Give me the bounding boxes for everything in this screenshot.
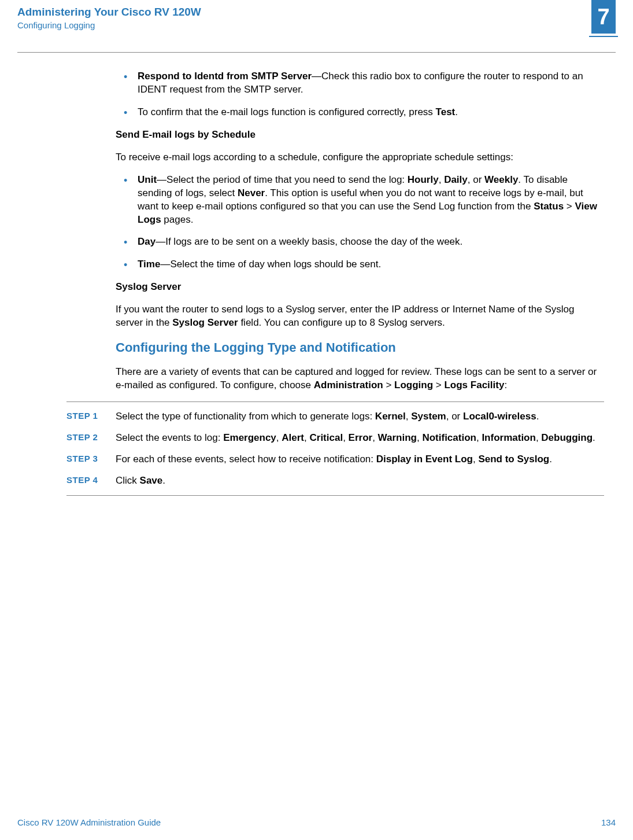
bold: Display in Event Log xyxy=(376,454,473,465)
bullet-bold: Weekly xyxy=(484,174,518,185)
header-subtitle: Configuring Logging xyxy=(17,20,616,30)
bold: Critical xyxy=(309,432,343,443)
step-row: STEP 4 Click Save. xyxy=(116,474,604,488)
bold: Alert xyxy=(282,432,304,443)
list-item: Day—If logs are to be sent on a weekly b… xyxy=(116,235,604,249)
list-item: Unit—Select the period of time that you … xyxy=(116,174,604,227)
bold: Local0-wireless xyxy=(463,411,536,422)
footer-left: Cisco RV 120W Administration Guide xyxy=(17,817,161,827)
syslog-paragraph: If you want the router to send logs to a… xyxy=(116,303,604,330)
schedule-heading: Send E-mail logs by Schedule xyxy=(116,128,604,142)
text: , or xyxy=(446,411,463,422)
step-row: STEP 2 Select the events to log: Emergen… xyxy=(116,432,604,445)
paragraph-bold: Syslog Server xyxy=(172,317,238,328)
paragraph-bold: Logs Facility xyxy=(444,380,504,390)
text: Select the events to log: xyxy=(116,432,223,443)
bullet-lead: Day xyxy=(138,236,156,247)
bullet-text: > xyxy=(564,201,575,212)
paragraph-bold: Logging xyxy=(394,380,433,390)
step-row: STEP 1 Select the type of functionality … xyxy=(116,410,604,423)
list-item: Time—Select the time of day when logs sh… xyxy=(116,258,604,271)
bullet-text: pages. xyxy=(161,214,194,225)
text: , xyxy=(476,432,482,443)
bold: Notification xyxy=(422,432,476,443)
step-text: Select the events to log: Emergency, Ale… xyxy=(116,432,604,445)
paragraph-text: > xyxy=(433,380,444,390)
bullet-text: , or xyxy=(468,174,484,185)
bullet-text: . xyxy=(455,106,458,117)
bullet-lead: Respond to Identd from SMTP Server xyxy=(138,71,312,82)
bold: Save xyxy=(140,475,163,486)
page-header: Administering Your Cisco RV 120W Configu… xyxy=(0,0,633,52)
step-label: STEP 3 xyxy=(66,453,98,465)
bold: Kernel xyxy=(375,411,406,422)
syslog-heading: Syslog Server xyxy=(116,281,604,294)
step-label: STEP 2 xyxy=(66,432,98,443)
text: . xyxy=(549,454,552,465)
page-content: Respond to Identd from SMTP Server—Check… xyxy=(0,53,633,496)
bullet-text: —Select the period of time that you need… xyxy=(157,174,408,185)
top-bullet-list: Respond to Identd from SMTP Server—Check… xyxy=(116,70,604,119)
step-text: For each of these events, select how to … xyxy=(116,453,604,466)
paragraph-bold: Administration xyxy=(314,380,383,390)
bullet-bold: Daily xyxy=(444,174,468,185)
text: . xyxy=(593,432,595,443)
bold: Information xyxy=(482,432,536,443)
section-intro: There are a variety of events that can b… xyxy=(116,366,604,392)
schedule-bullet-list: Unit—Select the period of time that you … xyxy=(116,174,604,272)
bold: System xyxy=(411,411,446,422)
chapter-number-badge: 7 xyxy=(591,0,616,34)
bullet-lead: Unit xyxy=(138,174,157,185)
list-item: To confirm that the e-mail logs function… xyxy=(116,106,604,119)
bullet-bold: Never xyxy=(238,187,265,198)
text: . xyxy=(162,475,165,486)
step-rule-bottom xyxy=(66,495,604,496)
bullet-bold: Test xyxy=(436,106,456,117)
paragraph-text: field. You can configure up to 8 Syslog … xyxy=(238,317,445,328)
step-label: STEP 1 xyxy=(66,410,98,422)
bold: Error xyxy=(349,432,373,443)
bullet-text: To confirm that the e-mail logs function… xyxy=(138,106,436,117)
list-item: Respond to Identd from SMTP Server—Check… xyxy=(116,70,604,97)
bullet-text: , xyxy=(439,174,444,185)
text: , xyxy=(473,454,478,465)
text: Select the type of functionality from wh… xyxy=(116,411,375,422)
bold: Send to Syslog xyxy=(478,454,549,465)
bold: Debugging xyxy=(541,432,593,443)
text: For each of these events, select how to … xyxy=(116,454,376,465)
bold: Emergency xyxy=(223,432,276,443)
bullet-lead: Time xyxy=(138,259,160,270)
header-title: Administering Your Cisco RV 120W xyxy=(17,6,616,19)
text: , xyxy=(372,432,377,443)
bullet-text: —Select the time of day when logs should… xyxy=(160,259,381,270)
step-row: STEP 3 For each of these events, select … xyxy=(116,453,604,466)
step-rule-top xyxy=(66,401,604,402)
section-heading: Configuring the Logging Type and Notific… xyxy=(116,339,604,356)
step-list: STEP 1 Select the type of functionality … xyxy=(116,401,604,496)
paragraph-text: > xyxy=(383,380,394,390)
text: , xyxy=(536,432,541,443)
text: . xyxy=(536,411,539,422)
schedule-intro: To receive e-mail logs according to a sc… xyxy=(116,151,604,164)
page-footer: Cisco RV 120W Administration Guide 134 xyxy=(17,817,616,827)
footer-page-number: 134 xyxy=(601,817,616,827)
text: , xyxy=(406,411,411,422)
bold: Warning xyxy=(378,432,417,443)
bullet-bold: Status xyxy=(534,201,564,212)
text: , xyxy=(343,432,348,443)
step-text: Select the type of functionality from wh… xyxy=(116,410,604,423)
paragraph-text: : xyxy=(504,380,507,390)
chapter-tick-mark xyxy=(589,36,618,37)
step-label: STEP 4 xyxy=(66,474,98,486)
step-text: Click Save. xyxy=(116,474,604,488)
text: Click xyxy=(116,475,140,486)
bullet-bold: Hourly xyxy=(408,174,439,185)
text: , xyxy=(276,432,282,443)
bullet-text: —If logs are to be sent on a weekly basi… xyxy=(156,236,462,247)
